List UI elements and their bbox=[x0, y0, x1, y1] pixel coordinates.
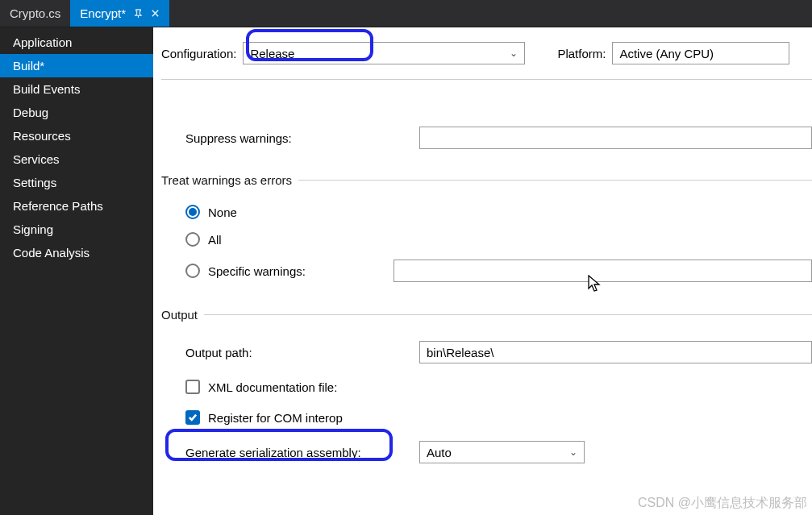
output-group: Output bbox=[161, 308, 812, 322]
sidebar-item-label: Settings bbox=[13, 176, 56, 189]
platform-label: Platform: bbox=[557, 47, 606, 60]
platform-select[interactable]: Active (Any CPU) bbox=[612, 42, 789, 64]
watermark-text: CSDN @小鹰信息技术服务部 bbox=[638, 495, 807, 512]
chevron-down-icon: ⌄ bbox=[569, 446, 577, 458]
sidebar-item-label: Reference Paths bbox=[13, 199, 103, 213]
xml-doc-row[interactable]: XML documentation file: bbox=[185, 368, 812, 401]
output-path-label: Output path: bbox=[185, 346, 419, 359]
radio-none[interactable] bbox=[185, 205, 200, 219]
sidebar-item-label: Build* bbox=[13, 59, 44, 73]
suppress-warnings-input[interactable] bbox=[419, 127, 812, 149]
xml-doc-checkbox[interactable] bbox=[185, 380, 200, 394]
com-interop-label: Register for COM interop bbox=[208, 411, 343, 425]
radio-row-all[interactable]: All bbox=[185, 226, 812, 253]
output-path-input[interactable] bbox=[419, 341, 812, 363]
pin-icon[interactable] bbox=[134, 9, 143, 18]
sidebar-item-label: Signing bbox=[13, 222, 53, 236]
suppress-warnings-row: Suppress warnings: bbox=[185, 122, 812, 154]
group-divider bbox=[204, 314, 812, 315]
document-tabwell: Crypto.cs Encrypt* bbox=[0, 0, 812, 27]
sidebar-item-reference-paths[interactable]: Reference Paths bbox=[0, 194, 153, 218]
sidebar-item-label: Debug bbox=[13, 106, 48, 119]
tab-label: Encrypt* bbox=[80, 6, 126, 20]
sidebar-item-label: Application bbox=[13, 35, 72, 49]
configuration-label: Configuration: bbox=[161, 47, 236, 60]
chevron-down-icon: ⌄ bbox=[510, 48, 518, 59]
sidebar-item-label: Resources bbox=[13, 129, 71, 143]
com-interop-checkbox[interactable] bbox=[185, 410, 200, 425]
configuration-select[interactable]: Release ⌄ bbox=[243, 42, 525, 64]
group-title: Treat warnings as errors bbox=[161, 173, 298, 187]
radio-label: None bbox=[208, 206, 237, 219]
configuration-value: Release bbox=[250, 47, 294, 60]
serialization-value: Auto bbox=[427, 446, 452, 459]
output-path-row: Output path: bbox=[185, 336, 812, 368]
group-title: Output bbox=[161, 308, 204, 322]
serialization-label: Generate serialization assembly: bbox=[185, 446, 419, 459]
sidebar-item-application[interactable]: Application bbox=[0, 27, 153, 54]
sidebar-item-debug[interactable]: Debug bbox=[0, 101, 153, 124]
serialization-row: Generate serialization assembly: Auto ⌄ bbox=[185, 431, 812, 468]
treat-warnings-group: Treat warnings as errors bbox=[161, 173, 812, 187]
com-interop-row[interactable]: Register for COM interop bbox=[185, 401, 812, 431]
config-platform-row: Configuration: Release ⌄ Platform: Activ… bbox=[161, 42, 812, 80]
property-page-sidebar: Application Build* Build Events Debug Re… bbox=[0, 27, 153, 515]
sidebar-item-label: Build Events bbox=[13, 82, 80, 96]
radio-row-none[interactable]: None bbox=[185, 198, 812, 226]
radio-label: Specific warnings: bbox=[208, 264, 385, 278]
sidebar-item-build-events[interactable]: Build Events bbox=[0, 77, 153, 101]
radio-row-specific[interactable]: Specific warnings: bbox=[185, 253, 812, 289]
suppress-warnings-label: Suppress warnings: bbox=[185, 131, 419, 145]
specific-warnings-input[interactable] bbox=[394, 260, 812, 282]
sidebar-item-settings[interactable]: Settings bbox=[0, 171, 153, 194]
radio-all[interactable] bbox=[185, 232, 200, 247]
tab-encrypt[interactable]: Encrypt* bbox=[70, 0, 169, 27]
radio-label: All bbox=[208, 233, 222, 247]
radio-specific[interactable] bbox=[185, 264, 200, 278]
sidebar-item-services[interactable]: Services bbox=[0, 147, 153, 171]
group-divider bbox=[298, 180, 812, 181]
sidebar-item-label: Code Analysis bbox=[13, 246, 90, 260]
platform-value: Active (Any CPU) bbox=[619, 47, 714, 60]
sidebar-item-build[interactable]: Build* bbox=[0, 54, 153, 77]
build-settings-page: Configuration: Release ⌄ Platform: Activ… bbox=[153, 27, 812, 515]
sidebar-item-resources[interactable]: Resources bbox=[0, 124, 153, 147]
sidebar-item-label: Services bbox=[13, 152, 60, 166]
tab-label: Crypto.cs bbox=[10, 6, 60, 20]
close-icon[interactable] bbox=[151, 9, 160, 18]
sidebar-item-code-analysis[interactable]: Code Analysis bbox=[0, 241, 153, 264]
xml-doc-label: XML documentation file: bbox=[208, 380, 337, 394]
tab-crypto-cs[interactable]: Crypto.cs bbox=[0, 0, 70, 27]
serialization-select[interactable]: Auto ⌄ bbox=[419, 441, 585, 463]
sidebar-item-signing[interactable]: Signing bbox=[0, 218, 153, 241]
